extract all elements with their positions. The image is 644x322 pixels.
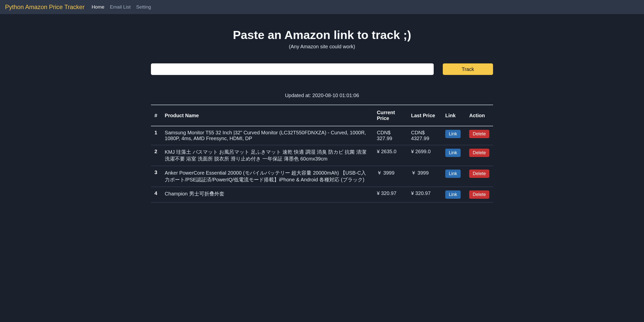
row-last-price: CDN$ 4327.99 <box>408 126 442 145</box>
row-current-price: CDN$ 327.99 <box>373 126 408 145</box>
row-last-price: ¥ 2699.0 <box>408 145 442 166</box>
row-index: 4 <box>151 187 161 203</box>
th-last: Last Price <box>408 105 442 126</box>
table-row: 3Anker PowerCore Essential 20000 (モバイルバッ… <box>151 166 493 187</box>
th-current: Current Price <box>373 105 408 126</box>
row-name: Anker PowerCore Essential 20000 (モバイルバッテ… <box>161 166 373 187</box>
delete-button[interactable]: Delete <box>469 130 489 138</box>
row-name: KMJ 珪藻土 バスマット お風呂マット 足ふきマット 速乾 快適 調湿 消臭 … <box>161 145 373 166</box>
row-action-cell: Delete <box>466 166 493 187</box>
th-action: Action <box>466 105 493 126</box>
row-current-price: ¥ 2635.0 <box>373 145 408 166</box>
table-row: 1Samsung Monitor T55 32 Inch |32" Curved… <box>151 126 493 145</box>
track-button[interactable]: Track <box>443 63 493 75</box>
table-row: 4Champion 男士可折叠外套¥ 320.97¥ 320.97LinkDel… <box>151 187 493 203</box>
products-table: # Product Name Current Price Last Price … <box>151 105 493 203</box>
row-link-cell: Link <box>442 187 466 203</box>
delete-button[interactable]: Delete <box>469 190 489 199</box>
row-name: Champion 男士可折叠外套 <box>161 187 373 203</box>
hero: Paste an Amazon link to track ;) (Any Am… <box>151 14 493 50</box>
row-link-cell: Link <box>442 145 466 166</box>
delete-button[interactable]: Delete <box>469 170 489 178</box>
link-button[interactable]: Link <box>445 149 461 157</box>
url-input[interactable] <box>151 63 434 75</box>
updated-at: Updated at: 2020-08-10 01:01:06 <box>151 93 493 98</box>
row-name: Samsung Monitor T55 32 Inch |32" Curved … <box>161 126 373 145</box>
row-action-cell: Delete <box>466 145 493 166</box>
th-index: # <box>151 105 161 126</box>
nav-home[interactable]: Home <box>92 4 104 10</box>
brand: Python Amazon Price Tracker <box>5 4 85 11</box>
row-action-cell: Delete <box>466 126 493 145</box>
link-button[interactable]: Link <box>445 190 461 199</box>
row-current-price: ￥ 3999 <box>373 166 408 187</box>
row-last-price: ¥ 320.97 <box>408 187 442 203</box>
navbar: Python Amazon Price Tracker Home Email L… <box>0 0 644 14</box>
th-name: Product Name <box>161 105 373 126</box>
row-current-price: ¥ 320.97 <box>373 187 408 203</box>
row-index: 3 <box>151 166 161 187</box>
page-subtitle: (Any Amazon site could work) <box>151 44 493 50</box>
page-title: Paste an Amazon link to track ;) <box>151 28 493 42</box>
nav-links: Home Email List Setting <box>92 4 151 10</box>
link-button[interactable]: Link <box>445 170 461 178</box>
link-button[interactable]: Link <box>445 130 461 138</box>
row-link-cell: Link <box>442 126 466 145</box>
track-form: Track <box>151 63 493 75</box>
th-link: Link <box>442 105 466 126</box>
row-last-price: ￥ 3999 <box>408 166 442 187</box>
nav-setting[interactable]: Setting <box>136 4 151 10</box>
delete-button[interactable]: Delete <box>469 149 489 157</box>
table-row: 2KMJ 珪藻土 バスマット お風呂マット 足ふきマット 速乾 快適 調湿 消臭… <box>151 145 493 166</box>
row-index: 1 <box>151 126 161 145</box>
row-action-cell: Delete <box>466 187 493 203</box>
nav-email-list[interactable]: Email List <box>110 4 131 10</box>
row-index: 2 <box>151 145 161 166</box>
row-link-cell: Link <box>442 166 466 187</box>
main-container: Paste an Amazon link to track ;) (Any Am… <box>146 14 498 203</box>
